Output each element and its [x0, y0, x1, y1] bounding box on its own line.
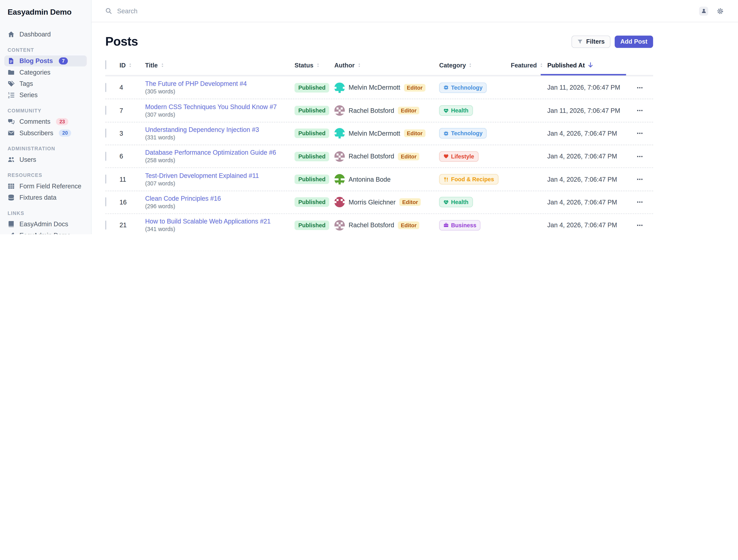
author-name: Morris Gleichner: [349, 199, 396, 206]
row-actions-button[interactable]: [626, 173, 653, 186]
page-actions: Filters Add Post: [572, 35, 653, 48]
author-avatar: [334, 105, 345, 116]
author-name: Melvin McDermott: [349, 130, 400, 137]
user-icon: [701, 8, 707, 14]
user-menu-button[interactable]: [699, 6, 708, 15]
column-header-published-at[interactable]: Published At: [547, 61, 626, 69]
sidebar-item-label: Dashboard: [19, 31, 51, 38]
column-header-title[interactable]: Title: [145, 61, 295, 69]
row-actions-button[interactable]: [626, 219, 653, 231]
author-avatar: [334, 82, 345, 93]
status-badge: Published: [295, 129, 329, 138]
sidebar-item-label: Users: [19, 156, 36, 163]
status-badge: Published: [295, 198, 329, 207]
sidebar-item-users[interactable]: Users: [4, 154, 87, 165]
post-id: 16: [119, 199, 145, 206]
post-id: 11: [119, 176, 145, 183]
sidebar-section-heading: ADMINISTRATION: [8, 146, 83, 151]
category-badge: Technology: [439, 82, 487, 93]
published-at: Jan 4, 2026, 7:06:47 PM: [547, 153, 626, 160]
status-badge: Published: [295, 221, 329, 230]
filters-button[interactable]: Filters: [572, 35, 610, 48]
sidebar-item-easyadmin-docs[interactable]: EasyAdmin Docs: [4, 219, 87, 230]
sidebar-item-fixtures-data[interactable]: Fixtures data: [4, 192, 87, 203]
ellipsis-icon: [636, 84, 643, 91]
sidebar-item-series[interactable]: 12Series: [4, 90, 87, 100]
row-actions-button[interactable]: [626, 150, 653, 163]
column-header-author[interactable]: Author: [334, 61, 439, 69]
heart-pulse-icon: [443, 200, 449, 205]
search-box[interactable]: [105, 7, 699, 15]
column-header-status[interactable]: Status: [295, 61, 334, 69]
role-badge: Editor: [404, 84, 425, 91]
post-title-link[interactable]: Modern CSS Techniques You Should Know #7: [145, 103, 277, 110]
tags-icon: [8, 80, 15, 87]
table-header-row: IDTitleStatusAuthorCategoryFeaturedPubli…: [105, 55, 653, 76]
sidebar-item-blog-posts[interactable]: Blog Posts7: [4, 55, 87, 66]
role-badge: Editor: [398, 153, 419, 160]
sidebar-item-label: Form Field Reference: [19, 183, 81, 190]
sidebar-item-label: EasyAdmin Docs: [19, 221, 68, 228]
role-badge: Editor: [398, 221, 419, 229]
briefcase-icon: [443, 223, 449, 228]
author-name: Rachel Botsford: [349, 222, 394, 229]
row-actions-button[interactable]: [626, 81, 653, 94]
table-row: 21How to Build Scalable Web Applications…: [105, 214, 653, 234]
posts-table: IDTitleStatusAuthorCategoryFeaturedPubli…: [105, 55, 653, 234]
row-checkbox[interactable]: [105, 221, 106, 229]
comments-icon: [8, 118, 15, 125]
post-title-link[interactable]: Clean Code Principles #16: [145, 195, 221, 202]
add-post-button[interactable]: Add Post: [615, 35, 653, 48]
row-actions-button[interactable]: [626, 127, 653, 139]
word-count: (307 words): [145, 180, 295, 187]
post-title-link[interactable]: The Future of PHP Development #4: [145, 80, 247, 87]
author-name: Rachel Botsford: [349, 107, 394, 114]
table-row: 6Database Performance Optimization Guide…: [105, 145, 653, 168]
row-checkbox[interactable]: [105, 129, 106, 137]
row-checkbox[interactable]: [105, 83, 106, 92]
sidebar-item-dashboard[interactable]: Dashboard: [4, 29, 87, 40]
ellipsis-icon: [636, 222, 643, 229]
row-checkbox[interactable]: [105, 106, 106, 114]
sidebar-item-categories[interactable]: Categories: [4, 67, 87, 78]
row-checkbox[interactable]: [105, 175, 106, 184]
post-title-link[interactable]: Test-Driven Development Explained #11: [145, 172, 259, 179]
row-actions-button[interactable]: [626, 196, 653, 208]
published-at: Jan 11, 2026, 7:06:47 PM: [547, 84, 626, 91]
author-name: Antonina Bode: [349, 176, 391, 183]
post-title-link[interactable]: Understanding Dependency Injection #3: [145, 126, 259, 133]
list-ordered-icon: 12: [8, 92, 15, 99]
status-badge: Published: [295, 106, 329, 115]
author-name: Rachel Botsford: [349, 153, 394, 160]
table-row: 11Test-Driven Development Explained #11(…: [105, 168, 653, 191]
published-at: Jan 4, 2026, 7:06:47 PM: [547, 222, 626, 229]
row-checkbox[interactable]: [105, 198, 106, 207]
sidebar-item-easyadmin-demo[interactable]: EasyAdmin Demo: [4, 230, 87, 234]
sidebar-item-label: EasyAdmin Demo: [19, 232, 71, 234]
row-actions-button[interactable]: [626, 104, 653, 116]
sidebar-item-tags[interactable]: Tags: [4, 78, 87, 89]
chip-icon: [443, 131, 449, 136]
search-input[interactable]: [116, 7, 270, 15]
post-title-link[interactable]: How to Build Scalable Web Applications #…: [145, 218, 271, 225]
settings-button[interactable]: [717, 7, 724, 14]
status-badge: Published: [295, 152, 329, 161]
column-header-featured[interactable]: Featured: [511, 61, 547, 69]
sidebar-item-subscribers[interactable]: Subscribers20: [4, 127, 87, 138]
sidebar-item-comments[interactable]: Comments23: [4, 116, 87, 127]
status-badge: Published: [295, 175, 329, 184]
table-row: 4The Future of PHP Development #4(305 wo…: [105, 76, 653, 99]
topbar-actions: [699, 6, 724, 15]
post-id: 4: [119, 84, 145, 91]
ellipsis-icon: [636, 130, 643, 136]
post-title-link[interactable]: Database Performance Optimization Guide …: [145, 149, 276, 156]
select-all-checkbox[interactable]: [105, 60, 106, 69]
row-checkbox[interactable]: [105, 152, 106, 161]
word-count: (305 words): [145, 88, 295, 95]
column-header-category[interactable]: Category: [439, 61, 511, 69]
app-title: Easyadmin Demo: [0, 0, 91, 17]
sidebar-item-form-field-reference[interactable]: Form Field Reference: [4, 181, 87, 192]
users-icon: [8, 156, 15, 163]
column-header-id[interactable]: ID: [119, 61, 145, 69]
role-badge: Editor: [399, 199, 421, 206]
